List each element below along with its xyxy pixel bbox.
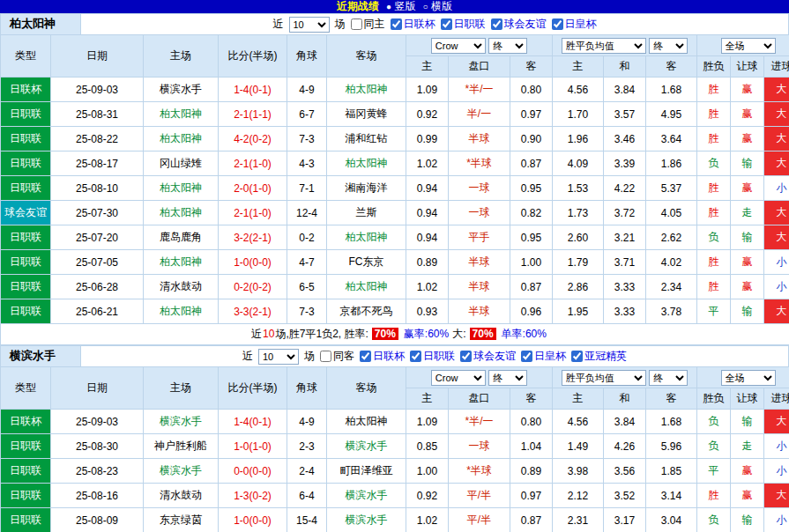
league-filter-emperorscup-input[interactable] <box>552 18 563 30</box>
handicap-line-cell: 半球 <box>449 250 510 275</box>
home-team-link[interactable]: 横滨水手 <box>144 459 219 484</box>
odds-company-select[interactable]: Crow <box>431 38 486 54</box>
handicap-odds-home-cell: 1.09 <box>406 410 449 434</box>
match-result-cell: 负 <box>697 508 731 532</box>
same-home-checkbox[interactable]: 同主 <box>351 17 385 32</box>
goals-size-cell: 小 <box>764 508 789 532</box>
odds-company-select[interactable]: Crow <box>431 370 486 386</box>
handicap-result-cell: 赢 <box>731 176 764 201</box>
col-header-goals: 进球 <box>764 56 789 78</box>
home-team-link[interactable]: 东京绿茵 <box>144 508 219 532</box>
scope-select[interactable]: 全场 <box>721 38 776 54</box>
same-away-checkbox[interactable]: 同客 <box>320 349 354 364</box>
layout-option-horizontal[interactable]: ○ 横版 <box>423 0 452 12</box>
home-team-link[interactable]: 柏太阳神 <box>144 102 219 127</box>
handicap-odds-away-cell: 0.90 <box>510 127 553 151</box>
avg-time-select[interactable]: 终 <box>649 370 688 386</box>
match-result-cell: 平 <box>697 459 731 484</box>
league-filter-emperorscup[interactable]: 日皇杯 <box>521 349 566 364</box>
away-team-link[interactable]: 柏太阳神 <box>327 410 406 434</box>
away-team-link[interactable]: 柏太阳神 <box>327 225 406 250</box>
date-cell: 25-08-23 <box>51 459 144 484</box>
away-team-link[interactable]: 町田泽维亚 <box>327 459 406 484</box>
away-team-link[interactable]: 横滨水手 <box>327 484 406 508</box>
away-team-link[interactable]: 横滨水手 <box>327 434 406 459</box>
league-filter-jleaguecup[interactable]: 日联杯 <box>360 349 405 364</box>
date-cell: 25-08-16 <box>51 484 144 508</box>
away-team-link[interactable]: 柏太阳神 <box>327 275 406 299</box>
league-filter-j1[interactable]: 日职联 <box>441 17 486 32</box>
scope-select[interactable]: 全场 <box>721 370 776 386</box>
league-filter-j1-input[interactable] <box>441 18 452 30</box>
same-away-checkbox-input[interactable] <box>320 351 331 362</box>
match-count-select[interactable]: 10 <box>258 349 299 365</box>
league-filter-friendly[interactable]: 球会友谊 <box>460 349 516 364</box>
avg-odds-select[interactable]: 胜平负均值 <box>562 370 646 386</box>
away-team-link[interactable]: 兰斯 <box>327 201 406 225</box>
corner-cell: 4-7 <box>287 250 327 275</box>
avg-odds-away-cell: 3.14 <box>646 484 697 508</box>
odds-time-select[interactable]: 终 <box>488 38 527 54</box>
col-header-type: 类型 <box>1 367 51 410</box>
avg-odds-away-cell: 5.37 <box>646 176 697 201</box>
match-count-select[interactable]: 10 <box>289 17 330 33</box>
col-header-away: 客场 <box>327 35 406 78</box>
avg-odds-select[interactable]: 胜平负均值 <box>562 38 646 54</box>
away-team-link[interactable]: 京都不死鸟 <box>327 299 406 324</box>
league-filter-emperorscup[interactable]: 日皇杯 <box>552 17 597 32</box>
league-filter-jleaguecup-input[interactable] <box>360 351 371 362</box>
home-team-link[interactable]: 柏太阳神 <box>144 127 219 151</box>
handicap-line-cell: *半球 <box>449 459 510 484</box>
league-filter-friendly-input[interactable] <box>491 18 502 30</box>
handicap-odds-away-cell: 0.96 <box>510 299 553 324</box>
league-type-cell: 日职联 <box>1 250 51 275</box>
away-team-link[interactable]: 福冈黄蜂 <box>327 102 406 127</box>
handicap-line-cell: *半球 <box>449 151 510 176</box>
away-team-link[interactable]: 横滨水手 <box>327 508 406 532</box>
win-rate-badge: 70% <box>372 328 398 340</box>
away-team-link[interactable]: 湘南海洋 <box>327 176 406 201</box>
avg-odds-home-cell: 2.12 <box>553 484 604 508</box>
home-team-link[interactable]: 横滨水手 <box>144 410 219 434</box>
same-away-label: 同客 <box>333 349 354 364</box>
league-filter-emperorscup-input[interactable] <box>521 351 532 362</box>
away-team-link[interactable]: FC东京 <box>327 250 406 275</box>
league-filter-j1-input[interactable] <box>410 351 421 362</box>
table-row: 日职联25-08-17冈山绿雉2-1(1-0)4-3柏太阳神1.02*半球0.8… <box>1 151 789 176</box>
away-team-link[interactable]: 柏太阳神 <box>327 151 406 176</box>
big-rate-badge: 70% <box>470 328 496 340</box>
home-team-link[interactable]: 柏太阳神 <box>144 176 219 201</box>
col-header-odds-home: 主 <box>406 56 449 78</box>
handicap-odds-home-cell: 0.94 <box>406 201 449 225</box>
handicap-odds-away-cell: 0.97 <box>510 102 553 127</box>
league-filter-j1[interactable]: 日职联 <box>410 349 455 364</box>
home-team-link[interactable]: 神户胜利船 <box>144 434 219 459</box>
summary-lead: 近 <box>251 328 262 340</box>
col-header-date: 日期 <box>51 35 144 78</box>
home-team-link[interactable]: 柏太阳神 <box>144 201 219 225</box>
league-filter-jleaguecup-input[interactable] <box>391 18 402 30</box>
league-filter-aclelite-input[interactable] <box>571 351 583 362</box>
avg-time-select[interactable]: 终 <box>649 38 688 54</box>
layout-option-vertical[interactable]: ● 竖版 <box>386 0 415 12</box>
same-home-checkbox-input[interactable] <box>351 18 362 30</box>
score-cell: 2-1(1-0) <box>219 201 287 225</box>
odds-time-select[interactable]: 终 <box>488 370 527 386</box>
handicap-result-cell: 赢 <box>731 102 764 127</box>
home-team-link[interactable]: 鹿岛鹿角 <box>144 225 219 250</box>
home-team-link[interactable]: 清水鼓动 <box>144 275 219 299</box>
home-team-link[interactable]: 冈山绿雉 <box>144 151 219 176</box>
home-team-link[interactable]: 柏太阳神 <box>144 299 219 324</box>
league-type-cell: 球会友谊 <box>1 201 51 225</box>
league-filter-friendly-input[interactable] <box>460 351 472 362</box>
league-filter-aclelite[interactable]: 亚冠精英 <box>571 349 627 364</box>
league-filter-friendly[interactable]: 球会友谊 <box>491 17 547 32</box>
away-team-link[interactable]: 浦和红钻 <box>327 127 406 151</box>
home-team-link[interactable]: 清水鼓动 <box>144 484 219 508</box>
summary-row: 近10场,胜7平1负2, 胜率:70%赢率:60%大:70%单率:60% <box>1 324 789 345</box>
league-filter-jleaguecup[interactable]: 日联杯 <box>391 17 435 32</box>
away-team-link[interactable]: 柏太阳神 <box>327 78 406 102</box>
team-name: 柏太阳神 <box>1 14 81 34</box>
home-team-link[interactable]: 横滨水手 <box>144 78 219 102</box>
home-team-link[interactable]: 柏太阳神 <box>144 250 219 275</box>
